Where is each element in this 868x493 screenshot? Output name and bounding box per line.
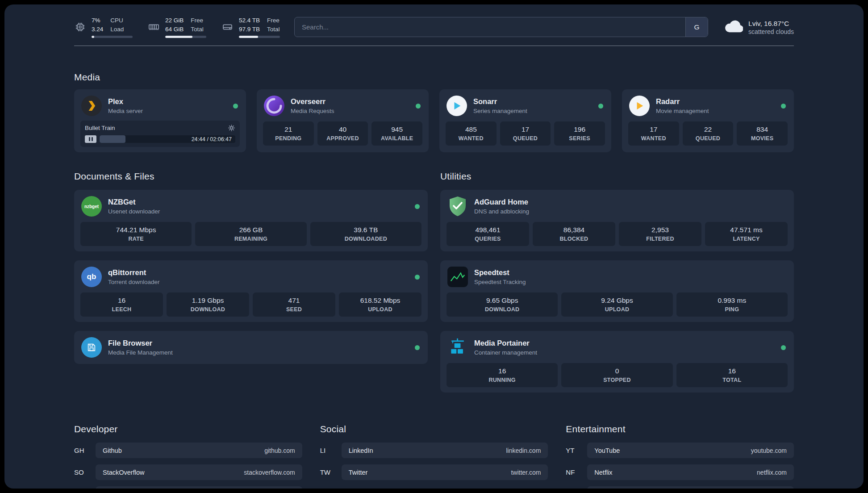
dashboard: 7% 3.24 CPU Load: [4, 4, 864, 489]
status-dot: [415, 204, 420, 209]
portainer-crane-icon: [447, 337, 468, 358]
stat-box: 22 QUEUED: [683, 121, 734, 146]
bookmark-link-stackoverflow[interactable]: StackOverflow stackoverflow.com: [96, 464, 302, 480]
service-name: NZBGet: [108, 197, 160, 207]
service-subtitle: Usenet downloader: [108, 208, 160, 216]
weather-condition: scattered clouds: [748, 28, 794, 35]
filebrowser-card[interactable]: File Browser Media File Management: [74, 331, 428, 364]
bookmark-link-dev[interactable]: DEV dev.to: [96, 486, 302, 489]
cloud-icon: [724, 20, 743, 35]
service-subtitle: Series management: [473, 108, 527, 115]
file-browser-icon: [81, 337, 102, 358]
bookmarks-social: Social LI LinkedIn linkedin.com TW Twitt…: [320, 424, 548, 486]
service-name: AdGuard Home: [474, 197, 529, 207]
nzbget-icon: nzbget: [81, 196, 102, 217]
bookmark-link-reddit[interactable]: Reddit reddit.com: [587, 486, 794, 489]
search-input[interactable]: [295, 17, 685, 37]
bookmark-abbr: LI: [320, 447, 342, 454]
service-subtitle: Media server: [108, 108, 143, 115]
stat-box: 485 WANTED: [446, 121, 497, 146]
status-dot: [415, 345, 420, 350]
speedtest-icon: [447, 267, 468, 287]
bookmark-row: DT DEV dev.to: [74, 486, 302, 489]
now-playing-title: Bullet Train: [85, 125, 115, 131]
cpu-load-value: 3.24: [92, 25, 103, 34]
stat-box: 744.21 Mbps RATE: [80, 222, 192, 246]
ram-total-value: 64 GiB: [165, 25, 184, 34]
bookmark-row: YT YouTube youtube.com: [566, 443, 794, 458]
bookmarks-entertainment: Entertainment YT YouTube youtube.com NF …: [566, 424, 794, 489]
stat-box: 47.571 ms LATENCY: [705, 222, 788, 246]
bookmark-link-youtube[interactable]: YouTube youtube.com: [587, 443, 794, 458]
service-name: qBittorrent: [108, 268, 160, 277]
qbittorrent-card[interactable]: qb qBittorrent Torrent downloader 16 LEE…: [74, 260, 428, 322]
stat-box: 196 SERIES: [554, 121, 605, 146]
disk-label-1: Free: [267, 16, 280, 25]
section-title-documents: Documents & Files: [74, 171, 428, 182]
radarr-card[interactable]: Radarr Movie management 17 WANTED 22 QUE…: [622, 89, 794, 152]
playback-progress-bar[interactable]: 24:44 / 02:06:47: [100, 135, 235, 143]
bookmark-link-netflix[interactable]: Netflix netflix.com: [587, 464, 794, 480]
cpu-label-2: Load: [110, 25, 124, 34]
bookmark-link-github[interactable]: Github github.com: [96, 443, 302, 458]
stat-box: 9.65 Gbps DOWNLOAD: [447, 292, 558, 317]
cpu-label-1: CPU: [110, 16, 124, 25]
portainer-card[interactable]: Media Portainer Container management 16 …: [440, 331, 794, 393]
stat-box: 16 TOTAL: [676, 363, 788, 387]
plex-icon: [81, 96, 102, 116]
utilities-section: Utilities AdGuard Home DNS and adblockin…: [440, 171, 794, 393]
status-dot: [233, 104, 238, 109]
disk-icon: [221, 21, 234, 33]
adguard-card[interactable]: AdGuard Home DNS and adblocking 498,461 …: [440, 190, 794, 251]
stat-box: 21 PENDING: [263, 121, 314, 146]
search-bar[interactable]: G: [294, 17, 708, 37]
service-name: Plex: [108, 97, 143, 106]
status-dot: [416, 104, 421, 109]
bookmark-abbr: GH: [74, 447, 96, 454]
bookmark-link-twitter[interactable]: Twitter twitter.com: [342, 464, 548, 480]
status-dot: [415, 275, 420, 280]
bookmark-abbr: YT: [566, 447, 587, 454]
service-name: File Browser: [108, 338, 173, 348]
disk-label-2: Total: [267, 25, 280, 34]
status-dot: [781, 345, 786, 350]
section-title-social: Social: [320, 424, 548, 435]
stat-box: 945 AVAILABLE: [371, 121, 422, 146]
sonarr-card[interactable]: Sonarr Series management 485 WANTED 17 Q…: [439, 89, 611, 152]
service-subtitle: Media Requests: [291, 108, 334, 115]
gear-icon[interactable]: [228, 124, 235, 132]
speedtest-card[interactable]: Speedtest Speedtest Tracking 9.65 Gbps D…: [440, 260, 794, 322]
section-title-entertainment: Entertainment: [566, 424, 794, 435]
topbar-divider: [74, 46, 794, 46]
ram-progress-bar: [165, 36, 206, 38]
cpu-percent: 7%: [92, 16, 103, 25]
plex-card[interactable]: Plex Media server Bullet Train: [74, 89, 246, 152]
search-engine-button[interactable]: G: [685, 17, 708, 37]
overseerr-card[interactable]: Overseerr Media Requests 21 PENDING 40 A…: [257, 89, 429, 152]
status-dot: [598, 104, 603, 109]
bookmarks-developer: Developer GH Github github.com SO StackO…: [74, 424, 302, 489]
bookmark-abbr: SO: [74, 468, 96, 476]
bookmark-row: NF Netflix netflix.com: [566, 464, 794, 480]
bookmark-row: LI LinkedIn linkedin.com: [320, 443, 548, 458]
service-subtitle: Media File Management: [108, 349, 173, 357]
bookmarks-section: Developer GH Github github.com SO StackO…: [74, 424, 794, 489]
stat-box: 618.52 Mbps UPLOAD: [339, 292, 421, 317]
weather-location: Lviv, 16.87°C: [748, 19, 794, 29]
stat-box: 16 RUNNING: [447, 363, 558, 387]
stat-box: 1.19 Gbps DOWNLOAD: [167, 292, 249, 317]
media-section: Plex Media server Bullet Train: [74, 89, 794, 152]
ram-free-value: 22 GiB: [165, 16, 184, 25]
cpu-widget: 7% 3.24 CPU Load: [74, 16, 133, 38]
pause-button[interactable]: [85, 135, 96, 143]
ram-label-1: Free: [191, 16, 204, 25]
bookmark-link-linkedin[interactable]: LinkedIn linkedin.com: [342, 443, 548, 458]
nzbget-card[interactable]: nzbget NZBGet Usenet downloader 744.21 M…: [74, 190, 428, 251]
ram-widget: 22 GiB 64 GiB Free Total: [148, 16, 206, 38]
service-name: Sonarr: [473, 97, 527, 106]
service-subtitle: Container management: [474, 349, 537, 357]
disk-free-value: 52.4 TB: [239, 16, 260, 25]
ram-icon: [148, 21, 160, 33]
stat-box: 2,953 FILTERED: [619, 222, 701, 246]
bookmark-row: TW Twitter twitter.com: [320, 464, 548, 480]
